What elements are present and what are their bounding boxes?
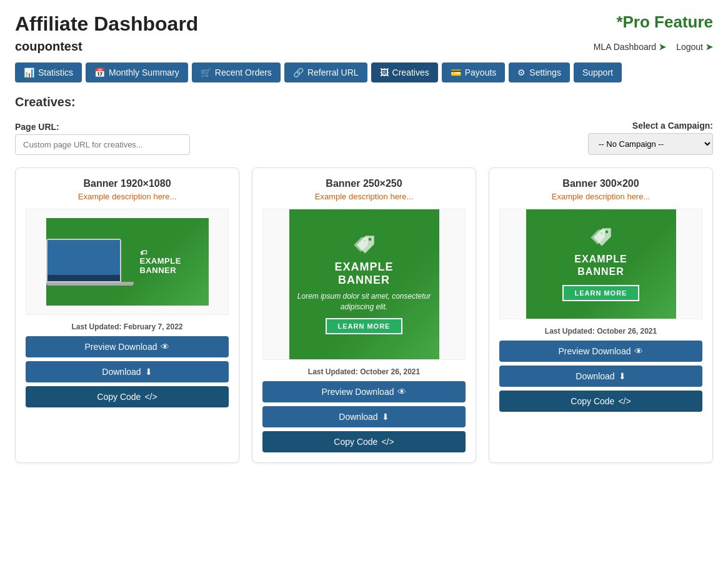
banner-3-learn-more: LEARN MORE <box>562 285 640 301</box>
campaign-select[interactable]: -- No Campaign -- <box>588 133 713 155</box>
download-icon-2: ⬇ <box>382 412 389 422</box>
banner-2-last-updated: Last Updated: October 26, 2021 <box>308 367 420 376</box>
nav-statistics-label: Statistics <box>38 67 73 77</box>
banner-3-preview-label: Preview Download <box>559 346 631 356</box>
navigation-bar: 📊 Statistics 📅 Monthly Summary 🛒 Recent … <box>15 62 713 82</box>
logout-link[interactable]: Logout ➤ <box>676 42 713 52</box>
banner-3-description: Example description here... <box>552 192 651 201</box>
banner-3-example-text: EXAMPLEBANNER <box>574 253 627 277</box>
nav-settings-label: Settings <box>529 67 561 77</box>
header-links: MLA Dashboard ➤ Logout ➤ <box>594 42 713 52</box>
nav-settings[interactable]: ⚙ Settings <box>509 62 570 82</box>
banner-3-copy-btn[interactable]: Copy Code </> <box>499 391 702 412</box>
banners-grid: Banner 1920×1080 Example description her… <box>15 167 713 463</box>
banner-2-learn-more: LEARN MORE <box>326 318 403 334</box>
banner-2-preview-container: EXAMPLEBANNER Lorem ipsum dolor sit amet… <box>262 209 466 360</box>
mla-arrow-icon: ➤ <box>659 42 666 52</box>
banner-1-last-updated: Last Updated: February 7, 2022 <box>71 322 182 331</box>
laptop-icon <box>46 239 121 282</box>
nav-referral-url[interactable]: 🔗 Referral URL <box>284 62 367 82</box>
banner-2-copy-btn[interactable]: Copy Code </> <box>262 431 466 452</box>
laptop-screen <box>47 240 120 275</box>
payout-icon: 💳 <box>451 67 461 77</box>
nav-support-label: Support <box>582 67 613 77</box>
nav-payouts-label: Payouts <box>465 67 497 77</box>
gear-icon: ⚙ <box>517 67 526 77</box>
image-icon: 🖼 <box>380 67 389 77</box>
cart-icon: 🛒 <box>201 67 211 77</box>
banner-3-preview-container: EXAMPLEBANNER LEARN MORE <box>499 209 702 319</box>
nav-payouts[interactable]: 💳 Payouts <box>442 62 506 82</box>
logout-text: Logout <box>676 42 703 52</box>
nav-creatives-label: Creatives <box>392 67 429 77</box>
banner-2-lorem: Lorem ipsum dolor sit amet, consectetur … <box>289 291 439 312</box>
page-url-input[interactable] <box>15 134 190 155</box>
banner-3-download-label: Download <box>576 371 614 381</box>
banner-2-preview-btn[interactable]: Preview Download 👁 <box>262 381 466 402</box>
logout-arrow-icon: ➤ <box>706 42 713 52</box>
filter-row: Page URL: Select a Campaign: -- No Campa… <box>15 121 713 155</box>
banner-1-preview-btn[interactable]: Preview Download 👁 <box>26 336 229 357</box>
banner-1-description: Example description here... <box>78 192 177 201</box>
code-icon-3: </> <box>618 396 631 406</box>
banner-card-2: Banner 250×250 Example description here.… <box>252 167 476 463</box>
nav-recent-orders-label: Recent Orders <box>215 67 272 77</box>
banner-2-download-btn[interactable]: Download ⬇ <box>262 406 466 427</box>
banner-card-1: Banner 1920×1080 Example description her… <box>15 167 239 463</box>
pro-feature-label: *Pro Feature <box>616 12 713 32</box>
page-url-group: Page URL: <box>15 122 190 155</box>
nav-recent-orders[interactable]: 🛒 Recent Orders <box>192 62 281 82</box>
code-icon-2: </> <box>381 437 394 447</box>
banner-1-image: 🏷 EXAMPLE BANNER <box>46 218 209 306</box>
page-url-label: Page URL: <box>15 122 190 132</box>
campaign-label: Select a Campaign: <box>632 121 713 131</box>
banner-3-last-updated: Last Updated: October 26, 2021 <box>545 327 657 336</box>
banner-2-example-text: EXAMPLEBANNER <box>334 261 393 287</box>
download-icon-3: ⬇ <box>619 371 626 381</box>
banner-1-copy-label: Copy Code <box>97 392 141 402</box>
page-title: Affiliate Dashboard <box>15 12 198 36</box>
banner-1-laptop <box>46 239 134 286</box>
preview-eye-icon: 👁 <box>161 342 169 352</box>
banner-3-preview-btn[interactable]: Preview Download 👁 <box>499 341 702 362</box>
code-icon: </> <box>144 392 157 402</box>
mla-dashboard-link[interactable]: MLA Dashboard ➤ <box>594 42 666 52</box>
tag-icon-3 <box>590 227 612 249</box>
banner-1-preview: 🏷 EXAMPLE BANNER <box>26 209 229 315</box>
banner-3-image: EXAMPLEBANNER LEARN MORE <box>526 209 676 319</box>
banner-2-preview-label: Preview Download <box>322 387 394 397</box>
nav-monthly-summary[interactable]: 📅 Monthly Summary <box>86 62 188 82</box>
banner-2-description: Example description here... <box>315 192 414 201</box>
tag-icon-2 <box>353 234 376 257</box>
banner-card-3: Banner 300×200 Example description here.… <box>489 167 713 463</box>
download-icon: ⬇ <box>145 367 152 377</box>
chart-icon: 📊 <box>24 67 34 77</box>
banner-1-text: 🏷 EXAMPLE BANNER <box>140 249 209 275</box>
banner-3-copy-label: Copy Code <box>571 396 614 406</box>
nav-creatives[interactable]: 🖼 Creatives <box>371 62 438 82</box>
header: Affiliate Dashboard *Pro Feature <box>15 12 713 36</box>
banner-1-copy-btn[interactable]: Copy Code </> <box>26 386 229 407</box>
campaign-group: Select a Campaign: -- No Campaign -- <box>588 121 713 155</box>
banner-3-title: Banner 300×200 <box>562 178 639 189</box>
sub-header: coupontest MLA Dashboard ➤ Logout ➤ <box>15 39 713 54</box>
username-label: coupontest <box>15 39 82 54</box>
banner-1-preview-label: Preview Download <box>85 342 157 352</box>
nav-support[interactable]: Support <box>574 62 622 82</box>
calendar-icon: 📅 <box>94 67 105 77</box>
banner-1-download-label: Download <box>102 367 141 377</box>
banner-2-copy-label: Copy Code <box>334 437 377 447</box>
nav-monthly-summary-label: Monthly Summary <box>109 67 179 77</box>
link-icon: 🔗 <box>293 67 304 77</box>
section-title: Creatives: <box>15 95 713 109</box>
banner-2-download-label: Download <box>339 412 377 422</box>
preview-eye-icon-3: 👁 <box>634 346 643 356</box>
banner-2-title: Banner 250×250 <box>326 178 402 189</box>
nav-statistics[interactable]: 📊 Statistics <box>15 62 82 82</box>
mla-dashboard-text: MLA Dashboard <box>594 42 656 52</box>
nav-referral-url-label: Referral URL <box>307 67 359 77</box>
banner-3-download-btn[interactable]: Download ⬇ <box>499 366 702 387</box>
banner-1-title: Banner 1920×1080 <box>83 178 171 189</box>
banner-2-image: EXAMPLEBANNER Lorem ipsum dolor sit amet… <box>289 209 439 359</box>
banner-1-download-btn[interactable]: Download ⬇ <box>26 361 229 382</box>
